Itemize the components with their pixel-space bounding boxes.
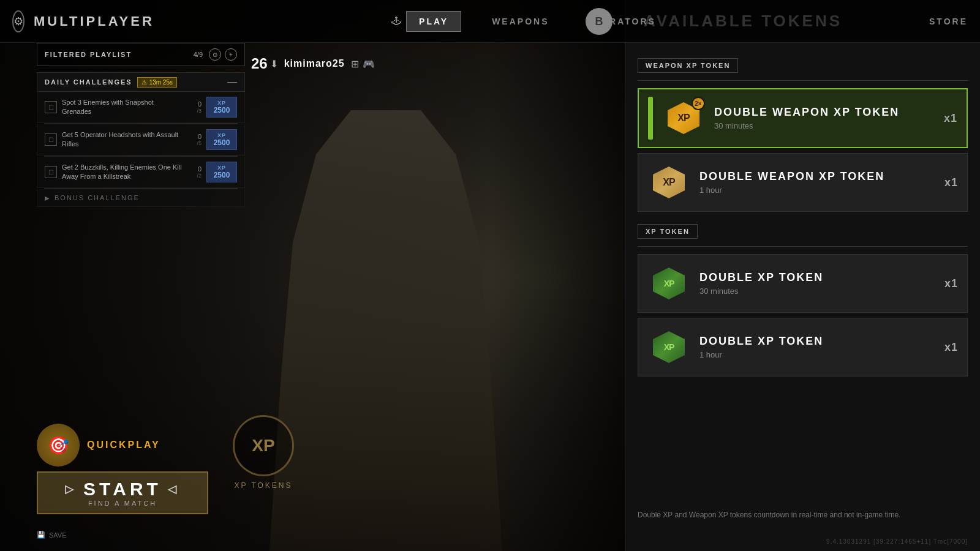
timer-warning-icon: ⚠ [141, 79, 147, 86]
save-indicator: 💾 SAVE [37, 531, 67, 539]
player-name: kimimaro25 [284, 58, 345, 69]
header-right: STORE [907, 17, 980, 26]
weapon-xp-token-1[interactable]: XP 2× DOUBLE WEAPON XP TOKEN 30 minutes … [638, 88, 968, 148]
playlist-add-icon[interactable]: + [225, 48, 237, 61]
player-info: 26 ⬇ kimimaro25 ⊞ 🎮 [251, 55, 375, 72]
header: ⚙ MULTIPLAYER 🕹 PLAY WEAPONS OPERATORS B… [0, 0, 980, 43]
xp-token-icon-bg-1: XP [653, 268, 685, 299]
xp-token-count-2: x1 [944, 341, 958, 354]
weapon-xp-token-count-1: x1 [944, 112, 957, 125]
tokens-panel: AVAILABLE TOKENS WEAPON XP TOKEN XP 2× [625, 0, 980, 551]
save-icon: 💾 [37, 531, 45, 539]
weapon-xp-token-duration-1: 30 minutes [714, 121, 935, 130]
settings-icon[interactable]: ⚙ [12, 10, 24, 32]
controller-platform-icon: 🎮 [363, 58, 375, 70]
challenge-item-3: ☐ Get 2 Buzzkills, Killing Enemies One K… [37, 157, 245, 188]
xp-token-info-2: DOUBLE XP TOKEN 1 hour [699, 335, 935, 359]
xp-badge-3: XP 2500 [206, 162, 237, 182]
sidebar: FILTERED PLAYLIST 4/9 ⊙ + DAILY CHALLENG… [37, 43, 245, 207]
xp-token-name-2: DOUBLE XP TOKEN [699, 335, 935, 348]
weapon-xp-token-name-1: DOUBLE WEAPON XP TOKEN [714, 106, 935, 119]
level-number: 26 [251, 55, 268, 72]
quickplay-icon: 🎯 [37, 424, 80, 467]
weapon-xp-icon-text-1: XP [677, 113, 689, 124]
challenge-text-3: Get 2 Buzzkills, Killing Enemies One Kil… [62, 163, 184, 182]
xp-tokens-label: XP TOKENS [233, 481, 294, 490]
playlist-bar: FILTERED PLAYLIST 4/9 ⊙ + [37, 43, 245, 66]
start-button[interactable]: ▷ START ◁ FIND A MATCH [37, 471, 208, 514]
tokens-content: WEAPON XP TOKEN XP 2× DOUBLE WEAPON XP T… [625, 43, 980, 404]
challenge-item-1: ☐ Spot 3 Enemies with Snapshot Grenades … [37, 92, 245, 123]
challenge-progress-3: 0 [189, 165, 202, 173]
bonus-arrow-icon: ▶ [45, 195, 50, 201]
weapon-xp-icon-1: XP 2× [665, 100, 702, 137]
nav-item-play[interactable]: PLAY [406, 11, 461, 32]
weapon-xp-token-name-2: DOUBLE WEAPON XP TOKEN [699, 170, 935, 183]
bottom-left: 🎯 QUICKPLAY ▷ START ◁ FIND A MATCH [37, 424, 208, 514]
challenge-progress-2: 0 [189, 133, 202, 140]
xp-tokens-badge[interactable]: XP XP TOKENS [233, 415, 294, 490]
header-nav: 🕹 PLAY WEAPONS OPERATORS [147, 11, 907, 32]
quickplay-bar: 🎯 QUICKPLAY [37, 424, 208, 467]
weapon-xp-icon-bg-2: XP [653, 167, 685, 198]
challenge-text-1: Spot 3 Enemies with Snapshot Grenades [62, 98, 184, 117]
playlist-filter-icon[interactable]: ⊙ [209, 48, 221, 61]
xp-token-info-1: DOUBLE XP TOKEN 30 minutes [699, 271, 935, 296]
challenges-label: DAILY CHALLENGES [45, 78, 132, 86]
playlist-label: FILTERED PLAYLIST [45, 51, 132, 58]
xp-token-2[interactable]: XP DOUBLE XP TOKEN 1 hour x1 [638, 318, 968, 377]
xp-divider [638, 246, 968, 247]
challenge-checkbox-1: ☐ [45, 101, 57, 113]
xp-value-3: 2500 [211, 171, 233, 179]
challenge-total-2: /5 [189, 140, 202, 146]
token-active-indicator-1 [648, 97, 653, 140]
nav-play-wrapper: 🕹 PLAY [391, 11, 461, 32]
xp-token-icon-1: XP [650, 265, 687, 302]
xp-icon-wrapper-1: XP [647, 262, 690, 305]
weapon-xp-token-info-2: DOUBLE WEAPON XP TOKEN 1 hour [699, 170, 935, 195]
nav-item-weapons[interactable]: WEAPONS [486, 13, 555, 29]
xbox-icon: ⊞ [351, 58, 359, 70]
level-icon: ⬇ [270, 58, 278, 70]
weapon-xp-icon-text-2: XP [663, 177, 674, 188]
start-label: ▷ START ◁ [65, 479, 180, 500]
xp-token-1[interactable]: XP DOUBLE XP TOKEN 30 minutes x1 [638, 254, 968, 313]
challenge-text-2: Get 5 Operator Headshots with Assault Ri… [62, 130, 184, 149]
xp-token-icon-bg-2: XP [653, 331, 685, 363]
back-b-button[interactable]: B [586, 8, 612, 35]
save-label: SAVE [49, 531, 67, 539]
challenge-item-2: ☐ Get 5 Operator Headshots with Assault … [37, 124, 245, 156]
xp-token-icon-2: XP [650, 329, 687, 365]
weapon-xp-token-2[interactable]: XP DOUBLE WEAPON XP TOKEN 1 hour x1 [638, 153, 968, 212]
xp-token-icon-text-2: XP [664, 342, 674, 352]
bonus-challenge: ▶ BONUS CHALLENGE [37, 189, 245, 207]
xp-token-duration-1: 30 minutes [699, 287, 935, 296]
xp-token-count-1: x1 [944, 277, 958, 290]
xp-token-icon-text-1: XP [664, 279, 674, 288]
store-button[interactable]: STORE [929, 17, 968, 26]
challenge-checkbox-2: ☐ [45, 133, 57, 146]
weapon-xp-icon-wrapper-2: XP [647, 161, 690, 204]
platform-icons: ⊞ 🎮 [351, 58, 375, 70]
soldier-body [270, 110, 502, 551]
xp-icon-wrapper-2: XP [647, 326, 690, 369]
start-left-arrow: ▷ [65, 482, 77, 496]
weapon-xp-coin-1: 2× [692, 97, 705, 110]
weapon-xp-icon-2: XP [650, 164, 687, 201]
xp-token-duration-2: 1 hour [699, 350, 935, 359]
weapon-xp-icon-wrapper-1: XP 2× [662, 97, 705, 140]
xp-token-name-1: DOUBLE XP TOKEN [699, 271, 935, 284]
xp-badge-1: XP 2500 [206, 97, 237, 118]
xp-value-1: 2500 [211, 106, 233, 114]
collapse-button[interactable]: — [227, 77, 237, 88]
playlist-icons: ⊙ + [209, 48, 237, 61]
challenge-checkbox-3: ☐ [45, 166, 57, 178]
xp-circle-text: XP [252, 436, 274, 455]
xp-label-1: XP [211, 100, 233, 106]
weapon-xp-token-info-1: DOUBLE WEAPON XP TOKEN 30 minutes [714, 106, 935, 130]
weapon-xp-token-count-2: x1 [944, 176, 958, 189]
footer-note: Double XP and Weapon XP tokens countdown… [638, 509, 968, 520]
start-sub-text: FIND A MATCH [88, 500, 157, 507]
challenge-progress-1: 0 [189, 100, 202, 108]
xp-section-label: XP TOKEN [638, 224, 698, 239]
